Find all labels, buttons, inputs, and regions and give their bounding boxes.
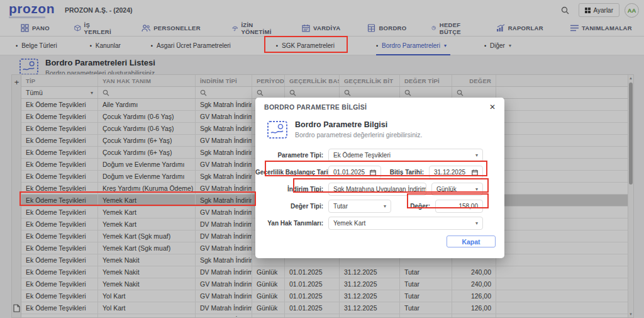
app-screen: prozon PROZON A.Ş. - (2024) Ayarlar AA P…: [0, 0, 644, 318]
form-row-gecerlilik: Geçerlilik Başlangıç Tarihi: 01.01.2025 …: [255, 164, 504, 181]
indirim-periyod-select[interactable]: Günlük ▾: [431, 183, 483, 196]
modal-subheading: Bordro parametresi değerlerini girebilir…: [295, 131, 423, 139]
yan-hak-value: Yemek Kart: [333, 220, 365, 227]
deger-value: 158,00: [458, 203, 478, 210]
modal-form: Parametre Tipi: Ek Ödeme Teşvikleri ▾ Ge…: [255, 147, 504, 232]
gecerlilik-baslangic-label: Geçerlilik Başlangıç Tarihi:: [255, 169, 328, 176]
yan-hak-label: Yan Hak Tanımları:: [255, 220, 328, 227]
deger-input[interactable]: 158,00: [435, 200, 483, 213]
bitis-tarihi-date-input[interactable]: 31.12.2025: [429, 166, 483, 179]
modal-heading-block: Bordro Parametre Bilgisi Bordro parametr…: [295, 120, 423, 139]
modal-title: BORDRO PARAMETRE BİLGİSİ: [264, 103, 367, 111]
modal-header: BORDRO PARAMETRE BİLGİSİ ✕: [255, 98, 504, 116]
calendar-icon[interactable]: [370, 169, 376, 176]
form-row-deger: Değer Tipi: Tutar ▾ Değer: 158,00: [255, 198, 504, 215]
chevron-down-icon: ▾: [473, 220, 478, 226]
parametre-tipi-select[interactable]: Ek Ödeme Teşvikleri ▾: [328, 149, 483, 162]
indirim-tipi-label: İndirim Tipi:: [255, 186, 328, 193]
gecerlilik-baslangic-value: 01.01.2025: [333, 169, 365, 176]
indirim-tipi-select[interactable]: Sgk Matrahına Uygulanan İndirim ▾: [328, 183, 426, 196]
modal-intro: Bordro Parametre Bilgisi Bordro parametr…: [255, 116, 504, 139]
deger-tipi-value: Tutar: [333, 203, 348, 210]
bitis-tarihi-value: 31.12.2025: [434, 169, 465, 176]
form-row-yan-hak: Yan Hak Tanımları: Yemek Kart ▾: [255, 215, 504, 232]
deger-label: Değer:: [391, 203, 435, 210]
parametre-tipi-label: Parametre Tipi:: [255, 152, 328, 159]
chevron-down-icon: ▾: [473, 152, 478, 158]
indirim-periyod-value: Günlük: [436, 186, 457, 193]
form-row-indirim-tipi: İndirim Tipi: Sgk Matrahına Uygulanan İn…: [255, 181, 504, 198]
chevron-down-icon: ▾: [381, 203, 386, 209]
close-icon[interactable]: ✕: [489, 103, 496, 111]
yan-hak-select[interactable]: Yemek Kart ▾: [328, 217, 483, 230]
deger-tipi-label: Değer Tipi:: [255, 203, 328, 210]
deger-tipi-select[interactable]: Tutar ▾: [328, 200, 391, 213]
parametre-tipi-value: Ek Ödeme Teşvikleri: [333, 152, 391, 159]
indirim-tipi-value: Sgk Matrahına Uygulanan İndirim: [333, 186, 426, 193]
modal-heading: Bordro Parametre Bilgisi: [295, 120, 423, 129]
form-row-parametre-tipi: Parametre Tipi: Ek Ödeme Teşvikleri ▾: [255, 147, 504, 164]
calendar-icon[interactable]: [472, 169, 478, 176]
close-button[interactable]: Kapat: [447, 236, 496, 247]
chevron-down-icon: ▾: [473, 186, 478, 192]
stamp-icon: [267, 120, 288, 139]
bordro-parametre-modal: BORDRO PARAMETRE BİLGİSİ ✕ Bordro Parame…: [255, 98, 504, 258]
gecerlilik-baslangic-date-input[interactable]: 01.01.2025: [328, 166, 381, 179]
bitis-tarihi-label: Bitiş Tarihi:: [381, 169, 429, 176]
